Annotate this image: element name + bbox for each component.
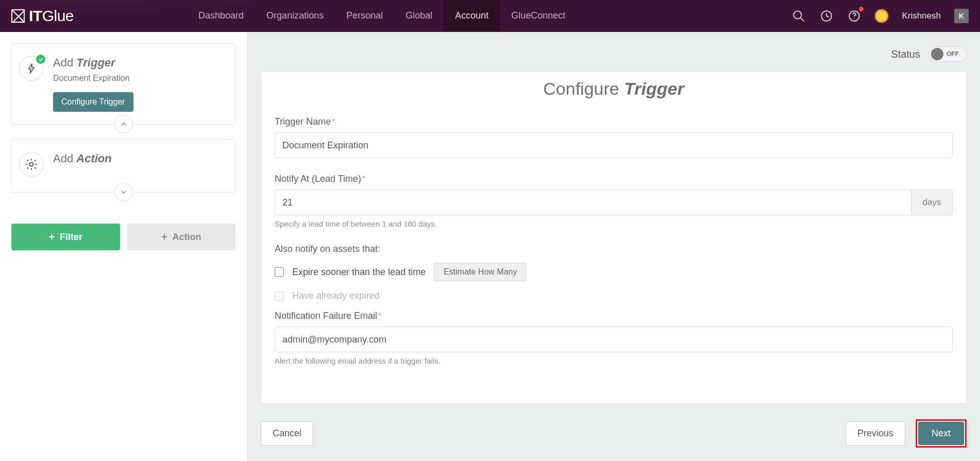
step-complete-check-icon [36,55,45,64]
already-expired-label: Have already expired [292,291,380,301]
trigger-name-input[interactable] [275,132,953,158]
expand-action-icon[interactable] [114,183,133,201]
lead-time-hint: Specify a lead time of between 1 and 180… [275,219,953,228]
plus-icon: + [161,232,167,242]
nav-dashboard[interactable]: Dashboard [187,0,255,31]
fail-email-input[interactable] [275,327,953,352]
toggle-label: OFF [947,50,959,58]
user-name[interactable]: Krishnesh [902,11,941,21]
plus-icon: + [48,232,55,242]
lead-time-label: Notify At (Lead Time) [275,174,953,184]
search-icon[interactable] [791,9,806,23]
nav-personal[interactable]: Personal [335,0,394,31]
lightning-icon [26,63,37,74]
previous-button[interactable]: Previous [846,421,905,446]
workflow-sidebar: Add Trigger Document Expiration Configur… [0,32,247,461]
svg-line-1 [801,18,805,22]
configure-trigger-button[interactable]: Configure Trigger [53,92,133,112]
action-step-icon-wrap [19,152,44,177]
form-panel[interactable]: Configure Trigger Trigger Name Notify At… [261,71,967,404]
trigger-step-subtitle: Document Expiration [53,74,224,83]
status-label: Status [891,48,920,60]
expire-sooner-checkbox[interactable] [275,267,284,277]
nav-glueconnect[interactable]: GlueConnect [500,0,577,31]
action-step-title: Add Action [53,152,224,165]
panel-title: Configure Trigger [275,79,953,99]
cancel-button[interactable]: Cancel [261,421,313,446]
next-button[interactable]: Next [918,422,964,445]
trigger-step-card[interactable]: Add Trigger Document Expiration Configur… [11,43,235,125]
trigger-name-label: Trigger Name [275,116,953,127]
content-area: Status OFF Configure Trigger Trigger Nam… [247,32,980,461]
filter-button-label: Filter [60,232,82,243]
brand-name-b: Glue [42,7,74,24]
trigger-step-title: Add Trigger [53,56,224,70]
svg-point-5 [30,163,33,166]
svg-point-0 [794,11,802,19]
primary-nav: Dashboard Organizations Personal Global … [187,0,577,31]
gear-icon [25,158,38,171]
also-notify-label: Also notify on assets that: [275,244,953,254]
lead-time-unit: days [911,190,953,215]
top-bar: ITGlue Dashboard Organizations Personal … [0,0,980,32]
expire-sooner-label: Expire sooner than the lead time [292,267,426,278]
fail-email-label: Notification Failure Email [275,311,953,321]
add-filter-button[interactable]: + Filter [11,224,120,250]
collapse-trigger-icon[interactable] [114,115,133,133]
topbar-right: Krishnesh K [791,9,980,23]
estimate-button[interactable]: Estimate How Many [434,263,527,281]
next-highlight: Next [916,419,967,448]
brand-mark-icon [11,9,25,23]
avatar[interactable] [875,9,888,23]
history-icon[interactable] [819,9,834,23]
action-step-card[interactable]: Add Action [11,139,235,193]
svg-point-4 [854,18,855,19]
brand-name-a: IT [29,7,42,24]
nav-global[interactable]: Global [394,0,444,31]
trigger-step-icon-wrap [19,56,44,81]
fail-email-hint: Alert the following email address if a t… [275,356,953,365]
lead-time-input[interactable] [275,190,911,215]
toggle-knob-icon [931,48,943,60]
app-switcher-icon[interactable]: K [954,9,969,23]
nav-account[interactable]: Account [444,0,500,31]
action-button-label: Action [173,232,201,243]
status-toggle[interactable]: OFF [930,46,967,62]
help-icon[interactable] [847,9,861,23]
add-action-button: + Action [127,224,236,250]
footer-row: Cancel Previous Next [261,419,967,448]
brand-logo[interactable]: ITGlue [11,7,74,25]
nav-organizations[interactable]: Organizations [255,0,335,31]
status-row: Status OFF [261,46,967,62]
already-expired-checkbox [275,292,284,301]
